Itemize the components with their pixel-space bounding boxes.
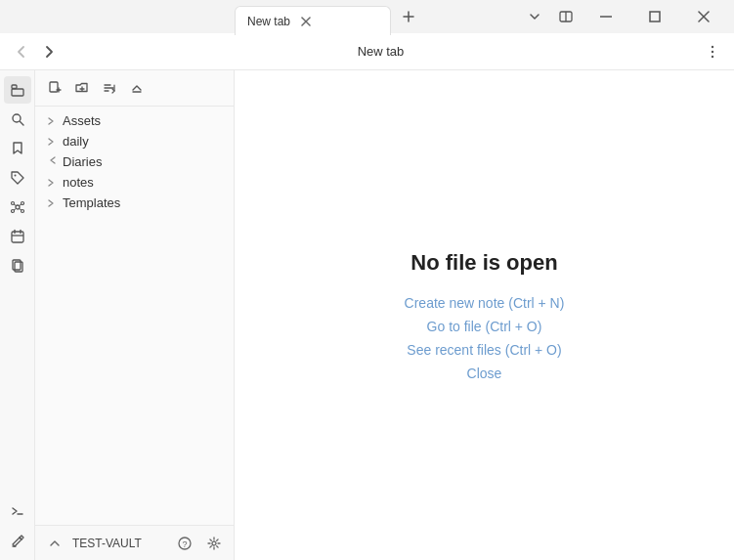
tree-item-label: notes	[63, 175, 226, 190]
tree-item-label: daily	[63, 134, 226, 149]
close-window-button[interactable]	[681, 0, 726, 33]
svg-line-16	[20, 122, 23, 126]
svg-line-23	[14, 204, 17, 206]
sort-button[interactable]	[98, 76, 121, 100]
sidebar-icon-files[interactable]	[4, 76, 31, 104]
sidebar-icons	[0, 70, 35, 560]
tab-close-button[interactable]	[298, 14, 314, 29]
no-file-title: No file is open	[410, 250, 557, 276]
svg-line-26	[19, 209, 22, 211]
tree-item-label: Diaries	[63, 154, 226, 169]
tab-label: New tab	[247, 15, 290, 28]
nav-title: New tab	[63, 44, 699, 59]
sidebar-icon-terminal[interactable]	[4, 497, 31, 525]
collapse-all-button[interactable]	[125, 76, 149, 100]
svg-rect-14	[12, 89, 23, 96]
svg-point-12	[712, 55, 713, 57]
chevron-icon	[47, 138, 59, 146]
svg-point-10	[712, 45, 713, 47]
chevron-icon	[47, 199, 59, 207]
explorer-toolbar	[35, 70, 234, 107]
sidebar-icon-search[interactable]	[4, 106, 31, 133]
svg-rect-13	[12, 85, 17, 89]
chevron-icon	[47, 179, 59, 187]
svg-point-17	[14, 175, 16, 177]
back-button[interactable]	[8, 38, 35, 65]
explorer-tree: Assets daily Diaries	[35, 107, 234, 525]
new-folder-button[interactable]	[70, 76, 94, 100]
tree-item-daily[interactable]: daily	[35, 131, 234, 151]
nav-bar: New tab	[0, 33, 734, 70]
sidebar-icon-calendar[interactable]	[4, 223, 31, 250]
file-explorer: Assets daily Diaries	[35, 70, 235, 560]
new-tab-button[interactable]	[395, 3, 422, 30]
tree-item-notes[interactable]: notes	[35, 172, 234, 193]
tab-strip: New tab	[235, 0, 521, 33]
svg-point-15	[13, 114, 21, 122]
tree-item-diaries[interactable]: Diaries	[35, 151, 234, 172]
active-tab[interactable]: New tab	[235, 6, 391, 35]
recent-files-link[interactable]: See recent files (Ctrl + O)	[407, 342, 561, 358]
tree-item-templates[interactable]: Templates	[35, 193, 234, 213]
sidebar-icon-pages[interactable]	[4, 252, 31, 280]
split-view-button[interactable]	[552, 3, 580, 30]
vault-bar: TEST-VAULT ?	[35, 525, 234, 560]
svg-point-47	[212, 541, 216, 545]
tree-item-label: Assets	[63, 113, 226, 128]
tree-item-assets[interactable]: Assets	[35, 110, 234, 131]
help-button[interactable]: ?	[173, 532, 196, 555]
nav-menu-button[interactable]	[699, 38, 726, 65]
maximize-button[interactable]	[632, 0, 677, 33]
chevron-icon	[49, 156, 57, 168]
sidebar-icon-tag[interactable]	[4, 164, 31, 192]
close-link[interactable]: Close	[467, 366, 502, 381]
sidebar-icon-edit[interactable]	[4, 527, 31, 554]
create-note-link[interactable]: Create new note (Ctrl + N)	[405, 295, 565, 311]
main-layout: Assets daily Diaries	[0, 70, 734, 560]
forward-button[interactable]	[35, 38, 63, 65]
tree-item-label: Templates	[63, 195, 226, 210]
chevron-down-button[interactable]	[521, 3, 548, 30]
svg-rect-27	[12, 232, 23, 242]
svg-text:?: ?	[182, 539, 187, 549]
minimize-button[interactable]	[583, 0, 628, 33]
new-note-button[interactable]	[43, 76, 66, 100]
svg-line-24	[19, 204, 22, 206]
chevron-icon	[47, 117, 59, 125]
svg-rect-7	[650, 12, 660, 22]
title-bar: New tab	[0, 0, 734, 33]
go-to-file-link[interactable]: Go to file (Ctrl + O)	[427, 319, 542, 334]
sidebar-icon-graph[interactable]	[4, 194, 31, 221]
svg-point-18	[16, 205, 20, 209]
content-area: No file is open Create new note (Ctrl + …	[235, 70, 734, 560]
svg-line-25	[14, 209, 17, 211]
vault-chevron-button[interactable]	[43, 532, 66, 555]
sidebar-icon-bookmark[interactable]	[4, 135, 31, 162]
svg-point-11	[712, 50, 713, 52]
vault-name: TEST-VAULT	[72, 537, 167, 550]
title-bar-controls	[521, 0, 734, 33]
settings-button[interactable]	[202, 532, 226, 555]
